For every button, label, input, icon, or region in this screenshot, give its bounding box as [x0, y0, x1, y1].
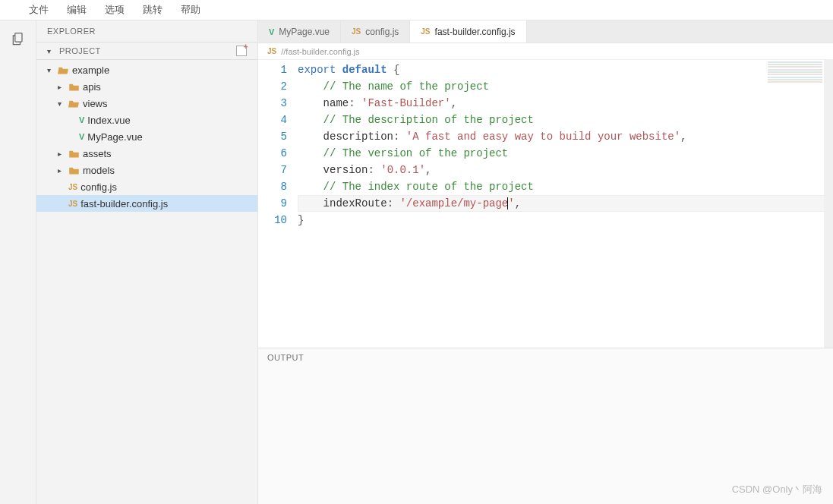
code-line[interactable]: // The index route of the project [298, 178, 833, 195]
twisty-icon: ▸ [58, 150, 65, 158]
project-header[interactable]: ▾ PROJECT [36, 42, 257, 60]
line-number: 1 [258, 61, 287, 78]
tree-item-label: apis [83, 81, 101, 93]
js-icon: JS [352, 27, 361, 36]
code-line[interactable]: } [298, 212, 833, 228]
menu-item[interactable]: 选项 [105, 3, 125, 17]
minimap[interactable] [768, 61, 822, 83]
editor-tab[interactable]: JSfast-builder.config.js [410, 20, 526, 43]
code-editor[interactable]: 12345678910 export default { // The name… [258, 60, 833, 348]
line-number: 8 [258, 178, 287, 195]
tree-item-label: Index.vue [87, 115, 130, 126]
tab-label: fast-builder.config.js [435, 27, 516, 37]
breadcrumb[interactable]: JS //fast-builder.config.js [258, 43, 833, 60]
tree-item-label: fast-builder.config.js [80, 198, 168, 209]
line-number: 9 [258, 195, 287, 212]
menu-item[interactable]: 帮助 [181, 3, 200, 17]
menu-item[interactable]: 文件 [29, 3, 49, 17]
twisty-icon: ▸ [58, 83, 65, 91]
output-panel: OUTPUT [258, 348, 833, 504]
line-number: 10 [258, 212, 287, 228]
main-container: EXPLORER ▾ PROJECT ▾ example▸ apis▾ view… [0, 20, 833, 504]
menu-item[interactable]: 编辑 [67, 3, 87, 17]
line-number: 4 [258, 112, 287, 128]
file-tree: ▾ example▸ apis▾ viewsVIndex.vueVMyPage.… [36, 60, 257, 504]
tree-folder[interactable]: ▸ apis [36, 78, 257, 95]
menu-item[interactable]: 跳转 [143, 3, 162, 17]
explorer-label: EXPLORER [36, 20, 257, 42]
tree-file[interactable]: VMyPage.vue [36, 128, 257, 145]
menu-bar: 文件编辑选项跳转帮助 [0, 0, 833, 20]
tree-file[interactable]: VIndex.vue [36, 112, 257, 128]
code-line[interactable]: name: 'Fast-Builder', [298, 95, 833, 112]
line-number: 6 [258, 145, 287, 162]
code-line[interactable]: export default { [298, 61, 833, 78]
code-line[interactable]: version: '0.0.1', [298, 162, 833, 178]
editor-tabs: VMyPage.vueJSconfig.jsJSfast-builder.con… [258, 20, 833, 43]
tree-item-label: models [83, 165, 115, 176]
tree-item-label: assets [83, 148, 112, 159]
tree-folder[interactable]: ▾ example [36, 61, 257, 78]
code-line[interactable]: // The name of the project [298, 78, 833, 95]
new-file-icon[interactable] [236, 46, 247, 56]
files-icon[interactable] [8, 28, 29, 49]
js-icon: JS [267, 47, 276, 55]
output-label: OUTPUT [258, 348, 833, 367]
scrollbar-vertical[interactable] [824, 60, 833, 348]
line-number: 7 [258, 162, 287, 178]
code-line[interactable]: // The description of the project [298, 112, 833, 128]
vue-icon: V [269, 27, 274, 36]
code-line[interactable]: // The version of the project [298, 145, 833, 162]
tree-file[interactable]: JSconfig.js [36, 178, 257, 195]
code-line[interactable]: indexRoute: '/example/my-page', [298, 195, 833, 212]
tree-folder[interactable]: ▸ models [36, 162, 257, 178]
code-content[interactable]: export default { // The name of the proj… [298, 60, 833, 348]
line-gutter: 12345678910 [258, 60, 298, 348]
line-number: 5 [258, 128, 287, 145]
tab-label: MyPage.vue [279, 27, 330, 37]
editor-tab[interactable]: JSconfig.js [341, 20, 410, 43]
editor-area: VMyPage.vueJSconfig.jsJSfast-builder.con… [258, 20, 833, 504]
chevron-down-icon: ▾ [47, 47, 55, 55]
tree-item-label: MyPage.vue [87, 131, 142, 143]
editor-tab[interactable]: VMyPage.vue [258, 20, 341, 43]
code-line[interactable]: description: 'A fast and easy way to bui… [298, 128, 833, 145]
project-label: PROJECT [59, 46, 101, 55]
tree-file[interactable]: JSfast-builder.config.js [36, 195, 257, 212]
activity-bar [0, 20, 36, 504]
twisty-icon: ▸ [58, 166, 65, 175]
tree-folder[interactable]: ▾ views [36, 95, 257, 112]
breadcrumb-path: //fast-builder.config.js [281, 47, 359, 56]
tree-item-label: views [83, 98, 108, 109]
line-number: 3 [258, 95, 287, 112]
svg-rect-0 [14, 33, 21, 43]
tree-folder[interactable]: ▸ assets [36, 145, 257, 162]
sidebar: EXPLORER ▾ PROJECT ▾ example▸ apis▾ view… [36, 20, 258, 504]
tree-item-label: config.js [80, 181, 117, 193]
js-icon: JS [421, 27, 430, 36]
tab-label: config.js [365, 27, 399, 37]
tree-item-label: example [72, 65, 109, 76]
twisty-icon: ▾ [47, 66, 55, 74]
line-number: 2 [258, 78, 287, 95]
twisty-icon: ▾ [58, 99, 65, 108]
